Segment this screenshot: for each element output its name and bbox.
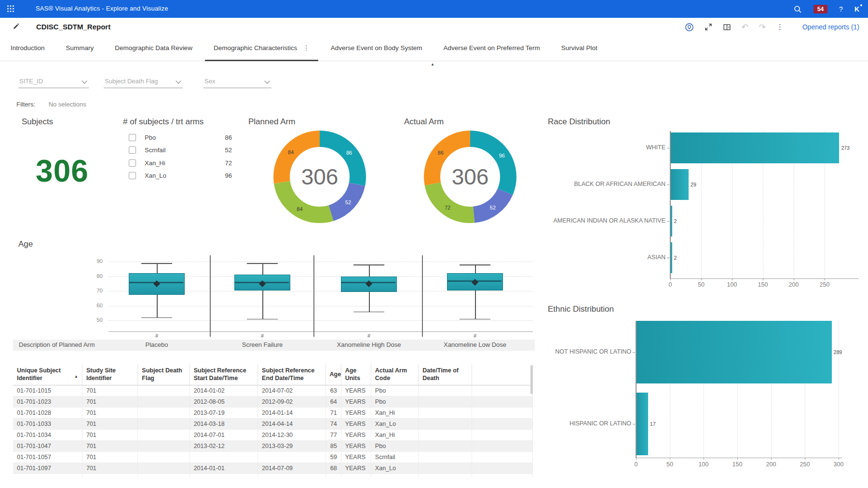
prompt-site-id[interactable]: SITE_ID (18, 76, 89, 88)
column-header-subject-reference-end-date-time[interactable]: Subject Reference End Date/Time (258, 364, 326, 385)
table-scrollbar-thumb[interactable] (530, 365, 533, 394)
cell: 01-701-1057 (13, 452, 82, 463)
column-header-unique-subject-identifier[interactable]: Unique Subject Identifier▲ (13, 364, 82, 385)
tab-introduction[interactable]: Introduction (0, 36, 55, 61)
x-tick-label: 100 (699, 461, 709, 468)
tab-demographic-characteristics[interactable]: Demographic Characteristics⋮ (203, 36, 320, 61)
column-header-label: Date/Time of Death (422, 367, 459, 382)
bar-white[interactable] (671, 132, 839, 163)
bar-hispanic-or-latino[interactable] (637, 393, 648, 455)
checkbox[interactable] (129, 134, 136, 141)
category-label-screen-failure: Screen Failure (242, 341, 283, 348)
table-row[interactable]: 01-701-10477012013-02-122013-03-2985YEAR… (13, 441, 533, 452)
table-row[interactable]: 01-701-10347012014-07-012014-12-3077YEAR… (13, 430, 533, 441)
checkbox[interactable] (129, 172, 136, 179)
column-header-actual-arm-code[interactable]: Actual Arm Code (371, 364, 418, 385)
cell: Pbo (371, 385, 418, 396)
tab-survival-plot[interactable]: Survival Plot (551, 36, 608, 61)
trt-arm-row-xan-lo: Xan_Lo96 (129, 170, 232, 183)
whisker-cap-low (247, 319, 278, 320)
cell: 01-701-1028 (13, 408, 82, 419)
column-header-age[interactable]: Age (326, 364, 341, 385)
y-tick-label: 60 (86, 303, 103, 308)
tab-label: Summary (66, 44, 94, 52)
tab-menu-icon[interactable]: ⋮ (303, 44, 310, 52)
cell: Xan_Lo (371, 463, 418, 474)
boxplot-axis-label: Description of Planned Arm (19, 341, 95, 348)
alerts-badge[interactable]: 54 (814, 5, 827, 13)
location-pin-icon[interactable] (685, 23, 694, 32)
checkbox[interactable] (129, 159, 136, 167)
bar-american-indian-or-alaska-native[interactable] (671, 206, 672, 237)
table-row[interactable]: 01-701-10237012012-08-052012-09-0264YEAR… (13, 396, 533, 408)
search-icon[interactable] (793, 5, 802, 13)
redo-icon[interactable]: ↷ (759, 23, 766, 31)
column-header-subject-reference-start-date-time[interactable]: Subject Reference Start Date/Time (190, 364, 258, 385)
tab-summary[interactable]: Summary (55, 36, 105, 61)
cell: Scrnfail (371, 452, 418, 463)
cell (419, 385, 472, 396)
cell: 2014-12-30 (258, 430, 326, 441)
cell (258, 452, 326, 463)
cell: 2014-01-01 (190, 463, 258, 474)
cell: 701 (82, 430, 137, 441)
cell (138, 385, 190, 396)
column-header-date-time-of-death[interactable]: Date/Time of Death (419, 364, 472, 385)
cell-filler (472, 430, 533, 441)
checkbox[interactable] (129, 146, 136, 154)
column-header-study-site-identifier[interactable]: Study Site Identifier (82, 364, 137, 385)
column-header-age-units[interactable]: Age Units (341, 364, 371, 385)
tab-adverse-event-on-body-system[interactable]: Adverse Event on Body System (320, 36, 433, 61)
tab-demographic-data-review[interactable]: Demographic Data Review (104, 36, 203, 61)
prompt-subject-death-flag[interactable]: Subject Death Flag (104, 76, 183, 88)
column-header-subject-death-flag[interactable]: Subject Death Flag (138, 364, 190, 385)
cell: 2012-08-05 (190, 396, 258, 408)
bar-not-hispanic-or-latino[interactable] (637, 321, 832, 383)
cell: YEARS (341, 408, 371, 419)
table-row[interactable]: 01-701-10157012014-01-022014-07-0263YEAR… (13, 385, 533, 396)
waffle-menu-icon[interactable] (7, 5, 14, 13)
y-tick-label: 80 (86, 273, 103, 279)
table-row[interactable]: 01-701-10287012013-07-192014-01-1471YEAR… (13, 408, 533, 419)
y-tick-label: 90 (86, 258, 103, 264)
cell: 2014-07-01 (190, 430, 258, 441)
whisker (475, 264, 476, 319)
category-label: ASIAN (540, 254, 665, 261)
table-row[interactable]: 01-701-11117012012-09-072012-09-1784YEAR… (13, 474, 533, 477)
cell: 68 (326, 463, 341, 474)
actual-arm-title: Actual Arm (404, 117, 444, 127)
opened-reports-link[interactable]: Opened reports (1) (802, 23, 859, 31)
data-pane-icon[interactable] (723, 23, 731, 31)
table-row[interactable]: 01-701-10977012014-01-012014-07-0968YEAR… (13, 463, 533, 474)
y-tick-label: 50 (86, 317, 103, 323)
point-axis-label: # (474, 333, 476, 339)
x-tick-label: 300 (834, 461, 844, 468)
edit-pencil-icon[interactable] (12, 23, 20, 30)
cell (138, 474, 190, 477)
ethnic-distribution-title: Ethnic Distribution (548, 304, 614, 314)
category-tick (667, 148, 669, 148)
cell: Xan_Lo (371, 419, 418, 430)
bar-black-or-african-american[interactable] (671, 169, 689, 200)
tab-adverse-event-on-preferred-term[interactable]: Adverse Event on Preferred Term (433, 36, 551, 61)
cell (419, 474, 472, 477)
table-row[interactable]: 01-701-105770159YEARSScrnfail (13, 452, 533, 463)
cell: 701 (82, 452, 137, 463)
undo-icon[interactable]: ↶ (742, 23, 748, 31)
prompt-sex[interactable]: Sex (203, 76, 271, 88)
user-avatar[interactable]: K (854, 5, 859, 13)
x-tick-label: 200 (766, 461, 776, 468)
trt-arm-label: Scrnfail (145, 146, 165, 154)
help-icon[interactable]: ? (839, 5, 843, 13)
column-header-filler (472, 364, 533, 385)
cell-filler (472, 452, 533, 463)
table-row[interactable]: 01-701-10337012014-03-182014-04-1474YEAR… (13, 419, 533, 430)
maximize-icon[interactable] (705, 23, 712, 31)
cell: 701 (82, 463, 137, 474)
cell: 59 (326, 452, 341, 463)
report-title: CDISC_SDTM_Report (36, 23, 110, 31)
column-header-label: Actual Arm Code (375, 367, 407, 382)
more-options-icon[interactable]: ⋮ (776, 23, 784, 31)
prompt-collapse-caret[interactable]: ▲ (431, 62, 434, 66)
bar-asian[interactable] (671, 242, 672, 273)
